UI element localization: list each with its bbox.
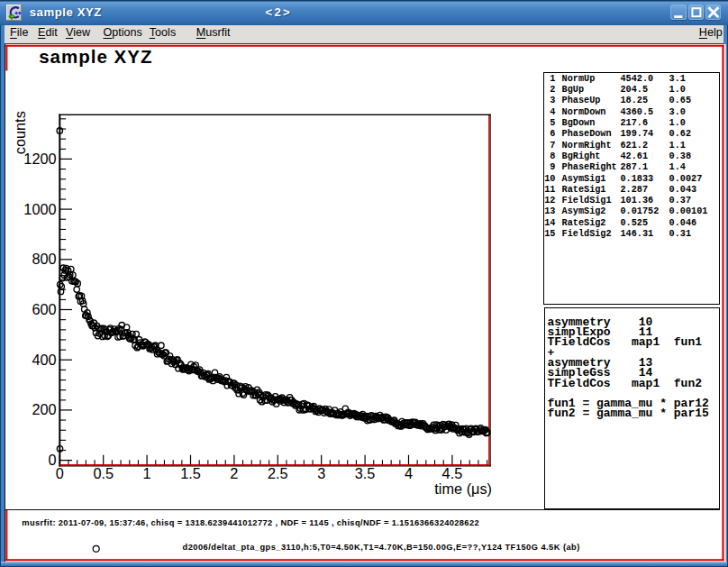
svg-text:1.5: 1.5 [180,465,201,481]
svg-text:1200: 1200 [23,151,56,167]
svg-text:200: 200 [32,401,56,417]
svg-text:2.5: 2.5 [268,465,288,481]
svg-text:4: 4 [405,465,413,481]
svg-text:800: 800 [32,251,56,267]
svg-text:600: 600 [32,301,56,317]
svg-text:3: 3 [317,465,325,481]
svg-text:400: 400 [32,351,56,367]
svg-text:0.5: 0.5 [93,465,114,481]
svg-text:2: 2 [230,465,238,481]
svg-text:counts: counts [12,111,28,154]
svg-text:1000: 1000 [23,200,56,216]
svg-text:1: 1 [142,465,150,481]
svg-text:3.5: 3.5 [355,465,376,481]
svg-text:time (μs): time (μs) [434,480,492,496]
svg-text:0: 0 [56,465,64,481]
